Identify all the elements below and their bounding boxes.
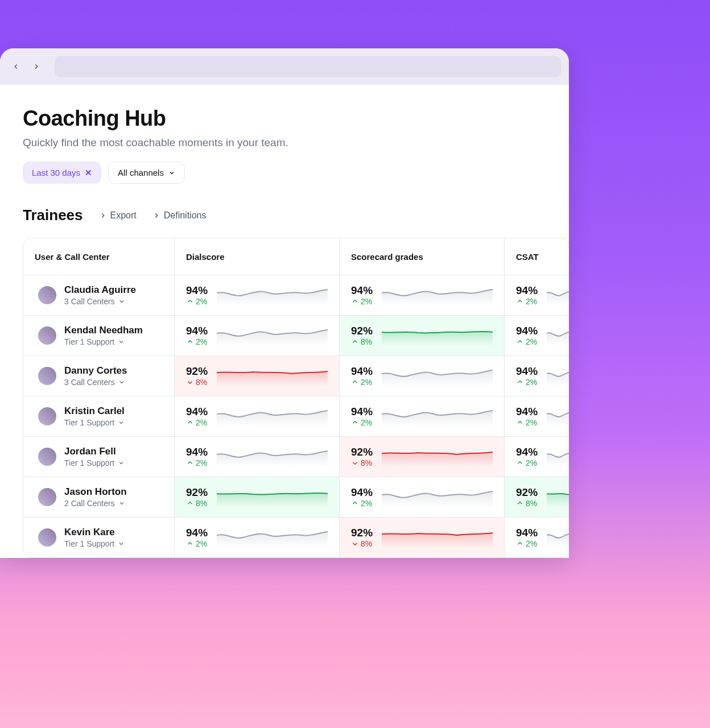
- table-row[interactable]: Kristin Carlel Tier 1 Support 94% 2% 94%…: [23, 396, 569, 436]
- metric: 94% 2%: [186, 527, 208, 548]
- chevron-right-icon: [152, 212, 160, 220]
- date-range-filter[interactable]: Last 30 days ✕: [23, 162, 101, 184]
- metric: 92% 8%: [351, 446, 373, 468]
- user-cell[interactable]: Kevin Kare Tier 1 Support: [23, 518, 174, 557]
- trainees-table: User & Call Center Dialscore Scorecard g…: [23, 238, 569, 558]
- nav-back-button[interactable]: [8, 59, 24, 75]
- user-center[interactable]: Tier 1 Support: [64, 458, 125, 468]
- table-row[interactable]: Kendal Needham Tier 1 Support 94% 2% 92%…: [23, 315, 569, 355]
- metric-delta: 2%: [186, 297, 208, 306]
- metric-value: 94%: [351, 365, 373, 378]
- table-header-row: User & Call Center Dialscore Scorecard g…: [23, 238, 569, 275]
- user-center[interactable]: 3 Call Centers: [64, 297, 136, 306]
- metric: 94% 2%: [516, 284, 538, 306]
- avatar: [38, 448, 56, 466]
- table-row[interactable]: Jason Horton 2 Call Centers 92% 8% 94% 2…: [23, 477, 569, 517]
- sparkline: [382, 406, 493, 427]
- metric: 92% 8%: [186, 365, 208, 387]
- metric-cell-csat: 94% 2%: [504, 437, 569, 477]
- user-cell[interactable]: Claudia Aguirre 3 Call Centers: [23, 275, 174, 315]
- metric-value: 94%: [351, 406, 373, 418]
- metric-value: 92%: [186, 486, 208, 499]
- metric-value: 94%: [516, 527, 538, 539]
- metric-delta: 8%: [351, 539, 373, 548]
- filter-bar: Last 30 days ✕ All channels: [23, 162, 546, 184]
- user-cell[interactable]: Jordan Fell Tier 1 Support: [23, 437, 174, 477]
- user-name: Kendal Needham: [64, 325, 143, 336]
- metric-delta: 2%: [516, 337, 538, 346]
- user-center[interactable]: 2 Call Centers: [64, 499, 127, 508]
- table-row[interactable]: Jordan Fell Tier 1 Support 94% 2% 92% 8%: [23, 436, 569, 477]
- nav-forward-button[interactable]: [28, 59, 44, 75]
- metric: 94% 2%: [516, 527, 538, 548]
- user-cell[interactable]: Jason Horton 2 Call Centers: [23, 477, 174, 517]
- user-cell[interactable]: Danny Cortes 3 Call Centers: [23, 356, 174, 396]
- metric: 94% 2%: [186, 406, 208, 427]
- user-name: Jason Horton: [64, 486, 127, 498]
- definitions-link[interactable]: Definitions: [152, 210, 207, 221]
- sparkline: [382, 527, 493, 548]
- table-row[interactable]: Kevin Kare Tier 1 Support 94% 2% 92% 8%: [23, 517, 569, 557]
- user-center[interactable]: 3 Call Centers: [64, 378, 127, 387]
- metric-value: 92%: [351, 527, 373, 539]
- user-center[interactable]: Tier 1 Support: [64, 337, 143, 346]
- date-range-label: Last 30 days: [32, 168, 80, 177]
- close-icon[interactable]: ✕: [85, 168, 92, 178]
- table-row[interactable]: Danny Cortes 3 Call Centers 92% 8% 94% 2…: [23, 355, 569, 396]
- metric-delta: 2%: [516, 378, 538, 387]
- metric: 92% 8%: [186, 486, 208, 508]
- chevron-down-icon: [118, 419, 125, 426]
- sparkline: [547, 325, 569, 346]
- metric: 92% 8%: [516, 486, 538, 508]
- sparkline: [382, 446, 493, 467]
- metric-delta: 8%: [186, 499, 208, 508]
- metric-delta: 2%: [516, 418, 538, 427]
- metric-cell-scorecard: 94% 2%: [339, 477, 504, 517]
- metric-delta: 2%: [351, 297, 373, 306]
- metric-value: 94%: [516, 446, 538, 458]
- metric-value: 92%: [351, 325, 373, 337]
- metric-value: 92%: [186, 365, 208, 378]
- metric-value: 94%: [186, 325, 208, 337]
- metric-delta: 2%: [186, 539, 208, 548]
- metric-cell-scorecard: 94% 2%: [339, 356, 504, 396]
- chevron-down-icon: [118, 460, 125, 466]
- metric-value: 94%: [186, 527, 208, 539]
- table-row[interactable]: Claudia Aguirre 3 Call Centers 94% 2% 94…: [23, 275, 569, 315]
- metric-value: 94%: [351, 486, 373, 499]
- metric: 94% 2%: [186, 284, 208, 306]
- metric-value: 94%: [516, 284, 538, 297]
- user-center[interactable]: Tier 1 Support: [64, 418, 125, 427]
- metric-cell-dialscore: 92% 8%: [174, 477, 339, 517]
- user-cell[interactable]: Kendal Needham Tier 1 Support: [23, 316, 174, 355]
- metric: 94% 2%: [516, 406, 538, 427]
- sparkline: [382, 366, 493, 386]
- export-link[interactable]: Export: [99, 210, 137, 221]
- metric-delta: 2%: [351, 418, 373, 427]
- sparkline: [217, 285, 328, 305]
- sparkline: [217, 487, 328, 507]
- metric: 92% 8%: [351, 325, 373, 346]
- sparkline: [217, 446, 328, 467]
- avatar: [38, 367, 56, 385]
- channel-filter[interactable]: All channels: [108, 162, 185, 184]
- user-center[interactable]: Tier 1 Support: [64, 539, 125, 548]
- url-bar[interactable]: [55, 56, 561, 77]
- user-cell[interactable]: Kristin Carlel Tier 1 Support: [23, 396, 174, 436]
- metric-cell-scorecard: 92% 8%: [339, 316, 504, 355]
- metric-cell-csat: 92% 8%: [504, 477, 569, 517]
- metric-value: 94%: [516, 365, 538, 378]
- metric-cell-csat: 94% 2%: [504, 275, 569, 315]
- user-name: Danny Cortes: [64, 365, 127, 377]
- col-scorecard: Scorecard grades: [339, 238, 504, 275]
- app-window: Coaching Hub Quickly find the most coach…: [0, 48, 569, 558]
- sparkline: [382, 325, 493, 346]
- metric-value: 94%: [186, 284, 208, 297]
- metric-value: 94%: [516, 325, 538, 337]
- chevron-down-icon: [118, 338, 125, 345]
- sparkline: [547, 285, 569, 305]
- avatar: [38, 326, 56, 345]
- metric: 94% 2%: [516, 325, 538, 346]
- metric: 94% 2%: [516, 446, 538, 468]
- metric: 94% 2%: [186, 446, 208, 468]
